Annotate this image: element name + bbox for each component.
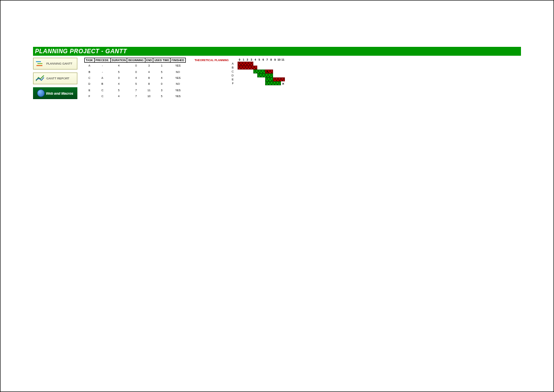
col-used-time: USED TIME	[153, 58, 171, 63]
gantt-task-label: C	[232, 70, 235, 73]
table-row: FC47105YES	[85, 93, 186, 99]
gantt-row	[238, 62, 285, 66]
table-cell: 3	[110, 75, 127, 81]
gantt-grid: 01234567891011 ✕✕	[238, 58, 285, 99]
table-cell: YES	[171, 63, 186, 69]
table-row: CA3484YES	[85, 75, 186, 81]
table-cell: 11	[145, 87, 153, 93]
col-beginning: BEGINNING	[127, 58, 145, 63]
col-precede: PRECEDE.	[94, 58, 110, 63]
table-cell: F	[85, 93, 95, 99]
gantt-time-tick: 7	[265, 58, 269, 62]
gantt-bar	[273, 77, 285, 81]
table-cell: 4	[110, 81, 127, 87]
table-cell: YES	[171, 87, 186, 93]
chart-line-icon	[35, 75, 44, 82]
task-table-header-row: TASK PRECEDE. DURATION BEGINNING END USE…	[85, 58, 186, 63]
col-end: END	[145, 58, 153, 63]
gantt-task-label: D	[232, 73, 235, 77]
gantt-time-tick: 3	[249, 58, 253, 62]
gantt-time-tick: 10	[277, 58, 281, 62]
gantt-report-label: GANTT REPORT	[46, 77, 69, 80]
gantt-time-tick: 4	[253, 58, 257, 62]
table-cell: 3	[153, 87, 171, 93]
main-content: TASK PRECEDE. DURATION BEGINNING END USE…	[82, 56, 285, 99]
table-row: EC57113YES	[85, 87, 186, 93]
table-cell: 5	[110, 87, 127, 93]
gantt-bar	[253, 70, 265, 73]
table-cell: 0	[153, 81, 171, 87]
page-title: PLANNING PROJECT - GANTT	[33, 47, 521, 56]
page: PLANNING PROJECT - GANTT PLANNING GANTT …	[0, 0, 554, 392]
gantt-task-label: B	[232, 66, 235, 70]
gantt-time-tick: 11	[281, 58, 285, 62]
table-cell: E	[85, 87, 95, 93]
table-cell: 8	[145, 81, 153, 87]
gantt-bar	[265, 81, 281, 85]
gantt-row	[238, 73, 285, 77]
table-cell: NO	[171, 81, 186, 87]
col-task: TASK	[85, 58, 95, 63]
theoretical-planning-label: THEORETICAL PLANNING	[186, 58, 232, 99]
table-cell: A	[94, 75, 110, 81]
gantt-bar	[238, 62, 253, 66]
gantt-time-header: 01234567891011	[238, 58, 285, 62]
sidebar: PLANNING GANTT GANTT REPORT Web and Macr…	[33, 56, 82, 99]
table-row: DB4580NO	[85, 81, 186, 87]
gantt-time-tick: 9	[273, 58, 277, 62]
table-cell: 7	[127, 93, 145, 99]
gantt-bar	[238, 66, 257, 70]
table-cell: 4	[145, 69, 153, 75]
svg-rect-0	[36, 61, 41, 62]
gantt-bar	[257, 73, 273, 77]
globe-icon	[37, 89, 45, 97]
table-cell: 10	[145, 93, 153, 99]
gantt-rows: ✕✕	[238, 62, 285, 85]
gantt-row	[238, 66, 285, 70]
gantt-bar	[265, 77, 273, 81]
table-cell: A	[85, 63, 95, 69]
gantt-report-button[interactable]: GANTT REPORT	[33, 72, 77, 84]
table-cell: C	[94, 93, 110, 99]
gantt-time-tick: 0	[238, 58, 242, 62]
svg-rect-2	[36, 65, 42, 66]
table-row: B-5045NO	[85, 69, 186, 75]
gantt-task-label: E	[232, 77, 235, 81]
col-finished: FINISHED	[171, 58, 186, 63]
table-cell: 4	[110, 63, 127, 69]
gantt-time-tick: 6	[261, 58, 265, 62]
gantt-row: ✕	[238, 70, 285, 73]
table-cell: 0	[127, 63, 145, 69]
table-cell: 3	[145, 63, 153, 69]
table-cell: 1	[153, 63, 171, 69]
gantt-time-tick: 2	[245, 58, 249, 62]
gantt-time-tick: 1	[242, 58, 245, 62]
table-cell: 4	[153, 75, 171, 81]
table-cell: B	[94, 81, 110, 87]
col-duration: DURATION	[110, 58, 127, 63]
gantt-task-labels: ABCDEF	[232, 58, 237, 99]
table-cell: 5	[153, 93, 171, 99]
table-cell: C	[85, 75, 95, 81]
table-cell: D	[85, 81, 95, 87]
gantt-row	[238, 77, 285, 81]
table-cell: 4	[110, 93, 127, 99]
gantt-time-tick: 5	[257, 58, 261, 62]
planning-gantt-button[interactable]: PLANNING GANTT	[33, 58, 77, 70]
table-cell: 7	[127, 87, 145, 93]
table-cell: NO	[171, 69, 186, 75]
planning-gantt-label: PLANNING GANTT	[46, 62, 72, 65]
logo-text: Web and Macros	[46, 92, 73, 95]
table-cell: 5	[110, 69, 127, 75]
table-cell: 5	[153, 69, 171, 75]
gantt-task-label: A	[232, 62, 235, 66]
task-table: TASK PRECEDE. DURATION BEGINNING END USE…	[84, 58, 186, 99]
table-cell: 8	[145, 75, 153, 81]
table-cell: B	[85, 69, 95, 75]
table-row: A-4031YES	[85, 63, 186, 69]
svg-rect-1	[37, 63, 42, 64]
table-cell: C	[94, 87, 110, 93]
gantt-chart: ABCDEF 01234567891011 ✕✕	[232, 58, 285, 99]
table-cell: YES	[171, 93, 186, 99]
table-cell: YES	[171, 75, 186, 81]
